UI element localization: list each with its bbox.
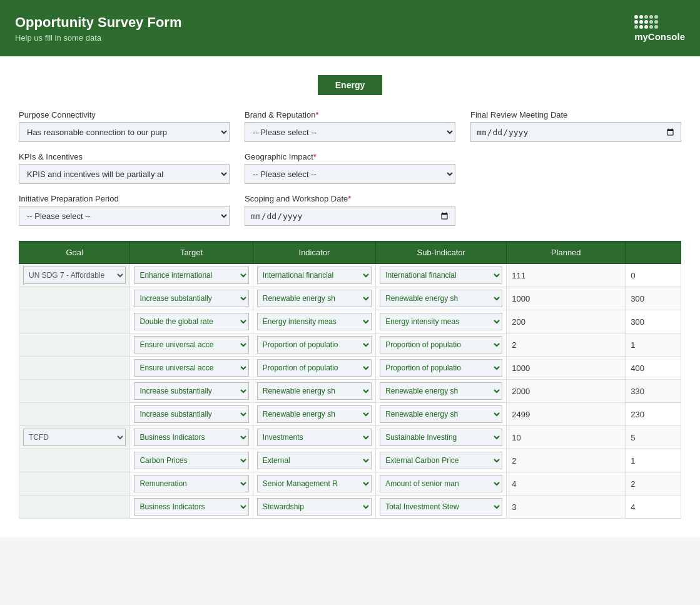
header-title: Opportunity Survey Form bbox=[15, 14, 181, 31]
indicator-select[interactable]: Senior Management R bbox=[257, 475, 372, 492]
geographic-impact-required: * bbox=[313, 152, 317, 161]
cell-planned: 2000 bbox=[507, 380, 626, 403]
header: Opportunity Survey Form Help us fill in … bbox=[0, 0, 700, 56]
cell-goal bbox=[19, 380, 130, 403]
table-row: Double the global rateEnergy intensity m… bbox=[19, 310, 681, 333]
table-row: Business IndicatorsStewardshipTotal Inve… bbox=[19, 496, 681, 519]
purpose-connectivity-select[interactable]: Has reasonable connection to our purp bbox=[19, 122, 230, 142]
initiative-preparation-select[interactable]: -- Please select -- bbox=[19, 206, 230, 226]
sub-indicator-select[interactable]: External Carbon Price bbox=[380, 452, 502, 469]
cell-indicator: External bbox=[253, 449, 375, 472]
target-select[interactable]: Double the global rate bbox=[134, 313, 248, 330]
indicator-select[interactable]: External bbox=[257, 452, 372, 469]
cell-planned: 4 bbox=[507, 472, 626, 496]
sub-indicator-select[interactable]: Renewable energy sh bbox=[380, 290, 502, 307]
target-select[interactable]: Increase substantially bbox=[134, 382, 248, 400]
target-select[interactable]: Ensure universal acce bbox=[134, 359, 248, 377]
cell-goal bbox=[19, 310, 130, 333]
col-header-last bbox=[626, 241, 681, 264]
cell-goal: UN SDG 7 - Affordable bbox=[19, 264, 130, 287]
form-row-2: KPIs & Incentives KPIS and incentives wi… bbox=[19, 152, 681, 184]
cell-target: Increase substantially bbox=[130, 380, 253, 403]
cell-sub-indicator: Renewable energy sh bbox=[376, 403, 507, 426]
table-header-row: Goal Target Indicator Sub-Indicator Plan… bbox=[19, 241, 681, 264]
sub-indicator-select[interactable]: Sustainable Investing bbox=[380, 429, 502, 446]
cell-sub-indicator: Sustainable Investing bbox=[376, 426, 507, 449]
indicator-select[interactable]: Proportion of populatio bbox=[257, 336, 372, 353]
cell-indicator: Stewardship bbox=[253, 496, 375, 519]
final-review-date-input[interactable] bbox=[470, 122, 681, 142]
col-header-goal: Goal bbox=[19, 241, 130, 264]
sub-indicator-select[interactable]: International financial bbox=[380, 267, 502, 284]
target-select[interactable]: Increase substantially bbox=[134, 290, 248, 307]
sub-indicator-select[interactable]: Proportion of populatio bbox=[380, 336, 502, 353]
cell-planned: 3 bbox=[507, 496, 626, 519]
sub-indicator-select[interactable]: Energy intensity meas bbox=[380, 313, 502, 330]
form-row-3: Initiative Preparation Period -- Please … bbox=[19, 194, 681, 226]
goal-select[interactable]: TCFD bbox=[23, 429, 126, 446]
indicator-select[interactable]: Energy intensity meas bbox=[257, 313, 372, 330]
cell-goal bbox=[19, 472, 130, 496]
cell-indicator: Renewable energy sh bbox=[253, 403, 375, 426]
kpis-incentives-select[interactable]: KPIS and incentives will be partially al bbox=[19, 164, 230, 184]
target-select[interactable]: Carbon Prices bbox=[134, 452, 248, 469]
geographic-impact-select[interactable]: -- Please select -- bbox=[245, 164, 455, 184]
indicator-select[interactable]: Renewable energy sh bbox=[257, 290, 372, 307]
logo-dot bbox=[654, 20, 658, 24]
cell-planned: 111 bbox=[507, 264, 626, 287]
energy-button[interactable]: Energy bbox=[318, 75, 382, 95]
form-section: Purpose Connectivity Has reasonable conn… bbox=[19, 110, 681, 226]
purpose-connectivity-group: Purpose Connectivity Has reasonable conn… bbox=[19, 110, 230, 142]
cell-target: Ensure universal acce bbox=[130, 357, 253, 380]
logo: myConsole bbox=[634, 15, 685, 42]
table-row: Increase substantiallyRenewable energy s… bbox=[19, 380, 681, 403]
indicator-select[interactable]: International financial bbox=[257, 267, 372, 284]
scoping-workshop-required: * bbox=[348, 194, 351, 203]
sub-indicator-select[interactable]: Total Investment Stew bbox=[380, 498, 502, 516]
indicator-select[interactable]: Investments bbox=[257, 429, 372, 446]
geographic-impact-label: Geographic Impact* bbox=[245, 152, 455, 161]
sub-indicator-select[interactable]: Renewable energy sh bbox=[380, 405, 502, 423]
scoping-workshop-label: Scoping and Workshop Date* bbox=[245, 194, 455, 203]
cell-last: 1 bbox=[626, 449, 681, 472]
main-table: Goal Target Indicator Sub-Indicator Plan… bbox=[19, 241, 681, 519]
initiative-preparation-group: Initiative Preparation Period -- Please … bbox=[19, 194, 230, 226]
sub-indicator-select[interactable]: Proportion of populatio bbox=[380, 359, 502, 377]
cell-target: Increase substantially bbox=[130, 403, 253, 426]
sub-indicator-select[interactable]: Amount of senior man bbox=[380, 475, 502, 492]
cell-last: 2 bbox=[626, 472, 681, 496]
target-select[interactable]: Remuneration bbox=[134, 475, 248, 492]
cell-goal bbox=[19, 403, 130, 426]
cell-sub-indicator: Total Investment Stew bbox=[376, 496, 507, 519]
col-header-target: Target bbox=[130, 241, 253, 264]
kpis-incentives-group: KPIs & Incentives KPIS and incentives wi… bbox=[19, 152, 230, 184]
brand-reputation-select[interactable]: -- Please select -- bbox=[245, 122, 455, 142]
cell-goal bbox=[19, 496, 130, 519]
final-review-date-label: Final Review Meeting Date bbox=[470, 110, 681, 119]
target-select[interactable]: Ensure universal acce bbox=[134, 336, 248, 353]
cell-sub-indicator: Renewable energy sh bbox=[376, 380, 507, 403]
logo-dot bbox=[644, 20, 648, 24]
target-select[interactable]: Enhance international bbox=[134, 267, 248, 284]
table-row: Increase substantiallyRenewable energy s… bbox=[19, 287, 681, 310]
brand-reputation-label: Brand & Reputation* bbox=[245, 110, 455, 119]
cell-goal bbox=[19, 357, 130, 380]
target-select[interactable]: Business Indicators bbox=[134, 429, 248, 446]
final-review-date-group: Final Review Meeting Date bbox=[470, 110, 681, 142]
table-row: Ensure universal acceProportion of popul… bbox=[19, 333, 681, 357]
target-select[interactable]: Increase substantially bbox=[134, 405, 248, 423]
sub-indicator-select[interactable]: Renewable energy sh bbox=[380, 382, 502, 400]
cell-planned: 2499 bbox=[507, 403, 626, 426]
cell-last: 0 bbox=[626, 264, 681, 287]
scoping-workshop-date-input[interactable] bbox=[245, 206, 455, 226]
indicator-select[interactable]: Renewable energy sh bbox=[257, 405, 372, 423]
goal-select[interactable]: UN SDG 7 - Affordable bbox=[23, 267, 126, 284]
indicator-select[interactable]: Proportion of populatio bbox=[257, 359, 372, 377]
indicator-select[interactable]: Stewardship bbox=[257, 498, 372, 516]
indicator-select[interactable]: Renewable energy sh bbox=[257, 382, 372, 400]
target-select[interactable]: Business Indicators bbox=[134, 498, 248, 516]
cell-target: Double the global rate bbox=[130, 310, 253, 333]
cell-target: Business Indicators bbox=[130, 496, 253, 519]
col-header-indicator: Indicator bbox=[253, 241, 375, 264]
logo-dot bbox=[649, 20, 653, 24]
